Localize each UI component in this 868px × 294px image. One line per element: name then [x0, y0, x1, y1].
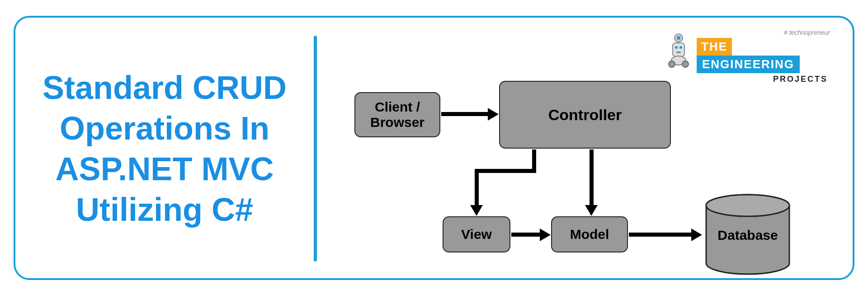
title-block: Standard CRUD Operations In ASP.NET MVC …: [38, 40, 291, 257]
logo-word-the: THE: [697, 38, 732, 56]
svg-rect-2: [673, 43, 684, 56]
arrow-head-icon: [470, 205, 483, 216]
brand-logo: # technopreneur THEENGINEERING PROJECTS: [663, 29, 830, 70]
svg-point-10: [706, 195, 789, 216]
arrow-client-controller: [441, 112, 489, 116]
node-model: Model: [551, 216, 628, 252]
svg-point-1: [677, 36, 680, 40]
arrow-head-icon: [585, 205, 598, 216]
node-controller: Controller: [499, 81, 671, 149]
node-database-label: Database: [703, 228, 793, 243]
arrow-head-icon: [540, 229, 551, 241]
robot-icon: [663, 33, 694, 69]
arrow-head-icon: [488, 108, 499, 121]
mvc-diagram: Client / Browser Controller View Model D…: [350, 81, 793, 261]
node-client-browser: Client / Browser: [354, 92, 440, 137]
arrow-view-model: [511, 233, 541, 237]
arrow-controller-view-h: [475, 169, 536, 173]
logo-text: THEENGINEERING PROJECTS: [697, 38, 828, 84]
logo-tagline: # technopreneur: [784, 29, 830, 36]
svg-point-8: [682, 61, 689, 67]
node-view: View: [443, 216, 510, 252]
arrow-controller-model: [590, 149, 594, 206]
main-frame: Standard CRUD Operations In ASP.NET MVC …: [14, 16, 854, 280]
svg-point-3: [675, 46, 678, 49]
logo-word-engineering: ENGINEERING: [697, 56, 800, 73]
svg-point-4: [679, 46, 682, 49]
page-title: Standard CRUD Operations In ASP.NET MVC …: [38, 67, 291, 230]
node-database: Database: [703, 194, 793, 275]
svg-rect-5: [676, 51, 681, 53]
arrow-head-icon: [691, 229, 702, 241]
svg-point-7: [669, 61, 675, 67]
arrow-model-database: [629, 233, 692, 237]
vertical-divider: [314, 36, 317, 261]
arrow-controller-view-v2: [475, 169, 479, 206]
